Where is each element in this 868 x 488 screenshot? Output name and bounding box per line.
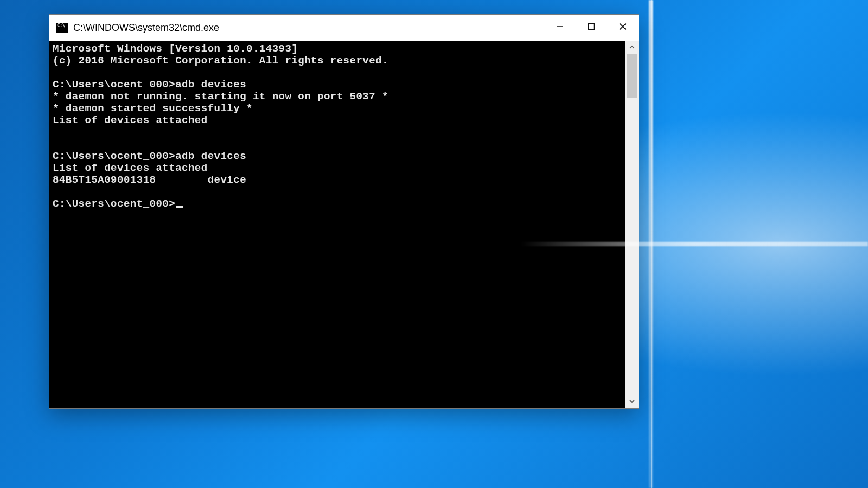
minimize-button[interactable] — [544, 15, 576, 41]
scroll-thumb[interactable] — [627, 54, 637, 98]
scroll-down-button[interactable] — [625, 395, 639, 408]
maximize-button[interactable] — [576, 15, 607, 41]
vertical-scrollbar[interactable] — [625, 41, 639, 408]
terminal-prompt: C:\Users\ocent_000> — [53, 198, 175, 210]
minimize-icon — [556, 23, 564, 33]
maximize-icon — [588, 23, 595, 33]
cmd-icon — [56, 23, 68, 33]
terminal-cursor — [176, 206, 183, 208]
close-button[interactable] — [607, 15, 639, 41]
scroll-track[interactable] — [625, 54, 639, 395]
chevron-down-icon — [629, 397, 635, 407]
terminal-output[interactable]: Microsoft Windows [Version 10.0.14393] (… — [49, 41, 625, 408]
client-area: Microsoft Windows [Version 10.0.14393] (… — [49, 41, 639, 408]
terminal-lines: Microsoft Windows [Version 10.0.14393] (… — [53, 43, 388, 186]
titlebar[interactable]: C:\WINDOWS\system32\cmd.exe — [49, 15, 639, 41]
scroll-up-button[interactable] — [625, 41, 639, 54]
close-icon — [618, 22, 627, 33]
svg-rect-0 — [589, 24, 595, 30]
chevron-up-icon — [629, 43, 635, 53]
window-title: C:\WINDOWS\system32\cmd.exe — [73, 22, 219, 34]
cmd-window: C:\WINDOWS\system32\cmd.exe Microsoft Wi… — [49, 14, 639, 409]
